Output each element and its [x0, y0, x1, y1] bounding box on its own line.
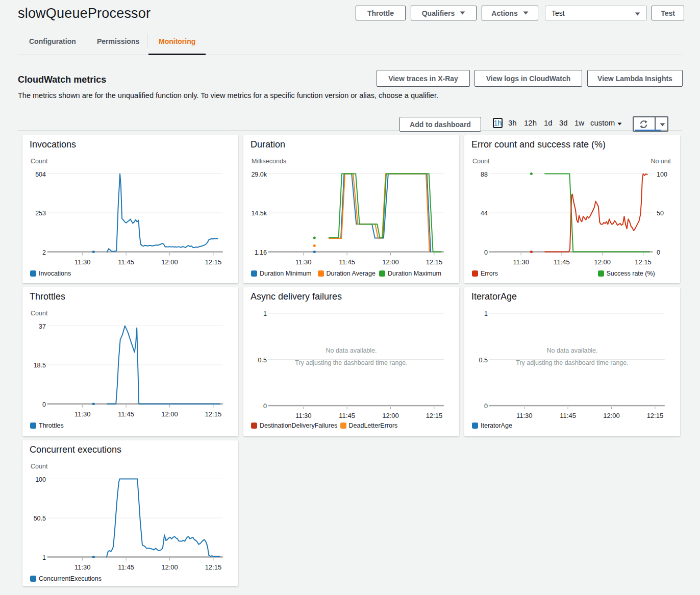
svg-text:11:30: 11:30	[74, 563, 91, 571]
svg-text:0: 0	[263, 403, 267, 410]
svg-text:11:45: 11:45	[339, 412, 355, 419]
svg-text:12:00: 12:00	[382, 412, 399, 419]
svg-text:12:00: 12:00	[382, 258, 399, 266]
svg-text:18.5: 18.5	[34, 362, 46, 369]
svg-text:44: 44	[481, 210, 488, 217]
svg-text:14.5k: 14.5k	[251, 210, 267, 217]
svg-text:29.0k: 29.0k	[251, 171, 267, 178]
svg-text:88: 88	[481, 171, 488, 178]
svg-text:12:00: 12:00	[594, 258, 611, 266]
svg-text:100: 100	[657, 171, 667, 178]
svg-text:11:30: 11:30	[295, 258, 312, 266]
svg-text:12:15: 12:15	[205, 563, 222, 571]
svg-text:0: 0	[657, 249, 660, 256]
svg-text:11:45: 11:45	[339, 258, 355, 266]
svg-text:12:15: 12:15	[635, 258, 652, 266]
svg-text:12:15: 12:15	[426, 258, 443, 266]
svg-text:0: 0	[484, 249, 488, 256]
svg-text:11:45: 11:45	[118, 258, 134, 266]
svg-text:12:00: 12:00	[161, 563, 178, 571]
svg-text:11:45: 11:45	[118, 563, 134, 571]
svg-text:11:30: 11:30	[74, 258, 91, 266]
svg-text:253: 253	[35, 210, 46, 217]
svg-text:0: 0	[484, 403, 488, 410]
svg-text:11:45: 11:45	[118, 410, 134, 418]
svg-text:0: 0	[42, 401, 46, 408]
svg-text:1.16: 1.16	[255, 249, 267, 256]
svg-text:1: 1	[484, 310, 488, 317]
svg-text:12:00: 12:00	[161, 258, 178, 266]
svg-text:12:00: 12:00	[161, 410, 178, 418]
svg-text:50.5: 50.5	[34, 515, 46, 522]
svg-text:11:30: 11:30	[74, 410, 91, 418]
svg-text:12:15: 12:15	[647, 412, 664, 419]
svg-text:12:00: 12:00	[603, 412, 620, 419]
svg-text:12:15: 12:15	[205, 410, 222, 418]
svg-text:11:30: 11:30	[513, 258, 529, 266]
svg-text:50: 50	[657, 210, 664, 217]
svg-text:1: 1	[42, 554, 46, 561]
svg-text:504: 504	[35, 171, 46, 178]
svg-text:12:15: 12:15	[205, 258, 222, 266]
svg-text:11:30: 11:30	[295, 412, 312, 419]
svg-text:11:45: 11:45	[554, 258, 570, 266]
svg-text:11:30: 11:30	[516, 412, 533, 419]
svg-text:2: 2	[42, 249, 46, 256]
svg-text:11:45: 11:45	[560, 412, 576, 419]
svg-text:1: 1	[263, 310, 267, 317]
svg-text:100: 100	[35, 476, 46, 483]
svg-text:37: 37	[39, 323, 46, 330]
svg-text:12:15: 12:15	[426, 412, 443, 419]
